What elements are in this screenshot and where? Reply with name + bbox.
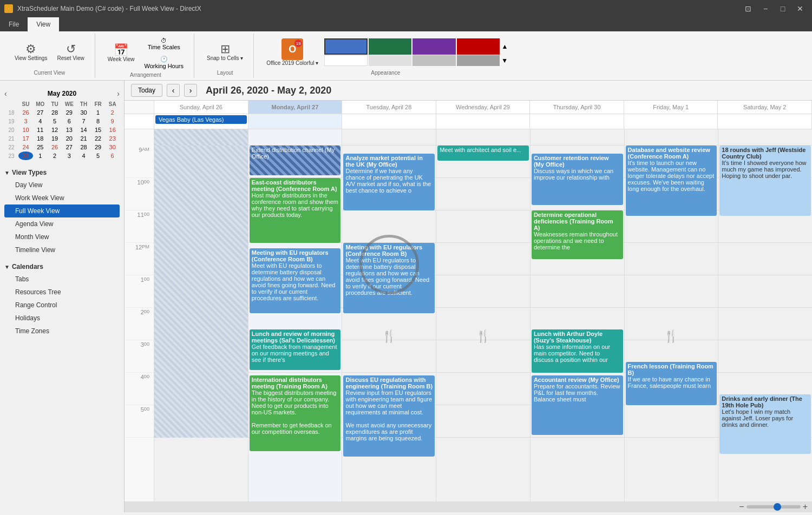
prev-week-button[interactable]: ‹: [167, 84, 180, 97]
working-hours-button[interactable]: 🕐 Working Hours: [140, 54, 187, 71]
event-analyze-market[interactable]: Analyze market potential in the UK (My O…: [343, 154, 435, 210]
sidebar-item-time-zones[interactable]: Time Zones: [4, 325, 120, 338]
cal-day-may12[interactable]: 12: [48, 126, 62, 134]
minimize-button[interactable]: −: [758, 3, 773, 14]
color-swatch-mid-gray[interactable]: [412, 55, 456, 66]
event-eu-regulators-mon[interactable]: Meeting with EU regulators (Conference R…: [250, 248, 341, 313]
cal-day-may8[interactable]: 8: [91, 117, 106, 126]
cal-day-may20[interactable]: 20: [62, 134, 76, 143]
cal-day-may26[interactable]: 26: [48, 143, 62, 151]
mini-cal-next-button[interactable]: ›: [117, 89, 120, 98]
cal-day-may29[interactable]: 29: [91, 143, 106, 151]
cal-day-may2[interactable]: 2: [105, 108, 120, 117]
event-database-review[interactable]: Database and website review (Conference …: [626, 146, 717, 216]
cal-day-jun1[interactable]: 1: [33, 151, 48, 160]
cal-day-may31[interactable]: 31: [18, 151, 33, 160]
event-vegas-baby[interactable]: Vegas Baby (Las Vegas): [155, 115, 247, 124]
cal-day-apr26[interactable]: 26: [18, 108, 33, 117]
cal-day-jun4[interactable]: 4: [76, 151, 91, 160]
sidebar-item-agenda-view[interactable]: Agenda View: [4, 217, 120, 230]
event-drinks-dinner[interactable]: Drinks and early dinner (The 19th Hole P…: [719, 394, 811, 454]
cal-day-may19[interactable]: 19: [48, 134, 62, 143]
calendars-header[interactable]: ▼ Calendars: [4, 261, 120, 273]
sidebar-item-full-week-view[interactable]: Full Week View: [4, 204, 120, 217]
cal-day-may13[interactable]: 13: [62, 126, 76, 134]
cal-day-apr29[interactable]: 29: [62, 108, 76, 117]
cal-day-may14[interactable]: 14: [76, 126, 91, 134]
sidebar-item-holidays[interactable]: Holidays: [4, 312, 120, 325]
cal-day-jun2[interactable]: 2: [48, 151, 62, 160]
cal-day-may6[interactable]: 6: [62, 117, 76, 126]
cal-day-may9[interactable]: 9: [105, 117, 120, 126]
sidebar-item-tabs[interactable]: Tabs: [4, 273, 120, 286]
color-swatch-red[interactable]: [457, 38, 500, 55]
sidebar-item-month-view[interactable]: Month View: [4, 230, 120, 243]
event-operational-deficiencies[interactable]: Determine operational deficiencies (Trai…: [532, 210, 623, 259]
color-swatch-purple[interactable]: [412, 38, 456, 55]
week-view-button[interactable]: 📅 Week View: [104, 42, 139, 65]
event-east-coast[interactable]: East-coast distributors meeting (Confere…: [250, 178, 341, 243]
tab-view[interactable]: View: [28, 17, 59, 31]
event-intl-distributors[interactable]: International distributors meeting (Trai…: [250, 375, 341, 451]
cal-day-may4[interactable]: 4: [33, 117, 48, 126]
event-lunch-review[interactable]: Lunch and review of morning meetings (Sa…: [250, 329, 341, 370]
cal-day-may25[interactable]: 25: [33, 143, 48, 151]
cal-day-apr30[interactable]: 30: [76, 108, 91, 117]
event-lunch-arthur[interactable]: Lunch with Arthur Doyle (Suzy's Steakhou…: [532, 329, 623, 373]
event-customer-retention[interactable]: Customer retention review (My Office) Di…: [532, 154, 623, 205]
reset-view-button[interactable]: ↺ Reset View: [53, 41, 88, 64]
today-button[interactable]: Today: [131, 84, 162, 97]
sidebar-item-work-week-view[interactable]: Work Week View: [4, 192, 120, 204]
zoom-thumb[interactable]: [774, 503, 781, 511]
snap-to-cells-button[interactable]: ⊞ Snap to Cells ▾: [203, 41, 247, 64]
cal-day-may5[interactable]: 5: [48, 117, 62, 126]
cal-day-may3[interactable]: 3: [18, 117, 33, 126]
event-meet-architect[interactable]: Meet with architect and soil e...: [437, 146, 529, 161]
event-18-rounds[interactable]: 18 rounds with Jeff (Westside Country Cl…: [719, 146, 811, 216]
zoom-track[interactable]: [746, 505, 801, 509]
cal-day-jun6[interactable]: 6: [105, 151, 120, 160]
cal-day-may30[interactable]: 30: [105, 143, 120, 151]
cal-day-may1[interactable]: 1: [91, 108, 106, 117]
cal-day-apr27[interactable]: 27: [33, 108, 48, 117]
cal-day-apr28[interactable]: 28: [48, 108, 62, 117]
color-swatch-dark-gray[interactable]: [457, 55, 500, 66]
mini-cal-prev-button[interactable]: ‹: [4, 89, 7, 98]
event-french-lesson[interactable]: French lesson (Training Room B) If we ar…: [626, 362, 717, 405]
cal-day-may7[interactable]: 7: [76, 117, 91, 126]
sidebar-item-day-view[interactable]: Day View: [4, 179, 120, 192]
sidebar-item-resources-tree[interactable]: Resources Tree: [4, 286, 120, 299]
color-swatch-light-gray[interactable]: [369, 55, 412, 66]
cal-day-may21[interactable]: 21: [76, 134, 91, 143]
zoom-minus-button[interactable]: −: [739, 502, 744, 512]
office-theme-button[interactable]: O 19 Office 2019 Colorful ▾: [263, 36, 322, 69]
zoom-plus-button[interactable]: +: [803, 502, 808, 512]
event-accountant-review[interactable]: Accountant review (My Office) Prepare fo…: [532, 375, 623, 435]
color-swatch-green[interactable]: [369, 38, 412, 55]
restore-button[interactable]: ⊡: [741, 3, 756, 14]
time-scales-button[interactable]: ⏱ Time Scales: [140, 36, 187, 52]
palette-scroll-up[interactable]: ▲: [501, 38, 508, 55]
cal-day-may24[interactable]: 24: [18, 143, 33, 151]
color-swatch-blue[interactable]: [324, 38, 368, 55]
maximize-button[interactable]: □: [775, 3, 790, 14]
cal-day-jun5[interactable]: 5: [91, 151, 106, 160]
cal-day-may27[interactable]: 27: [62, 143, 76, 151]
tab-file[interactable]: File: [0, 17, 28, 31]
event-discuss-eu[interactable]: Discuss EU regulations with engineering …: [343, 375, 435, 457]
sidebar-item-timeline-view[interactable]: Timeline View: [4, 243, 120, 256]
cal-day-may28[interactable]: 28: [76, 143, 91, 151]
cal-day-may18[interactable]: 18: [33, 134, 48, 143]
close-button[interactable]: ✕: [793, 3, 808, 14]
view-settings-button[interactable]: ⚙ View Settings: [11, 41, 51, 64]
cal-day-jun3[interactable]: 3: [62, 151, 76, 160]
event-extend-distribution[interactable]: Extend distribution channel (My Office): [250, 146, 341, 175]
palette-scroll-down[interactable]: ▼: [501, 55, 508, 66]
next-week-button[interactable]: ›: [184, 84, 197, 97]
cal-day-may22[interactable]: 22: [91, 134, 106, 143]
view-types-header[interactable]: ▼ View Types: [4, 167, 120, 179]
cal-day-may11[interactable]: 11: [33, 126, 48, 134]
event-eu-regulators-tue[interactable]: Meeting with EU regulators (Conference R…: [343, 243, 435, 313]
cal-day-may23[interactable]: 23: [105, 134, 120, 143]
cal-day-may17[interactable]: 17: [18, 134, 33, 143]
